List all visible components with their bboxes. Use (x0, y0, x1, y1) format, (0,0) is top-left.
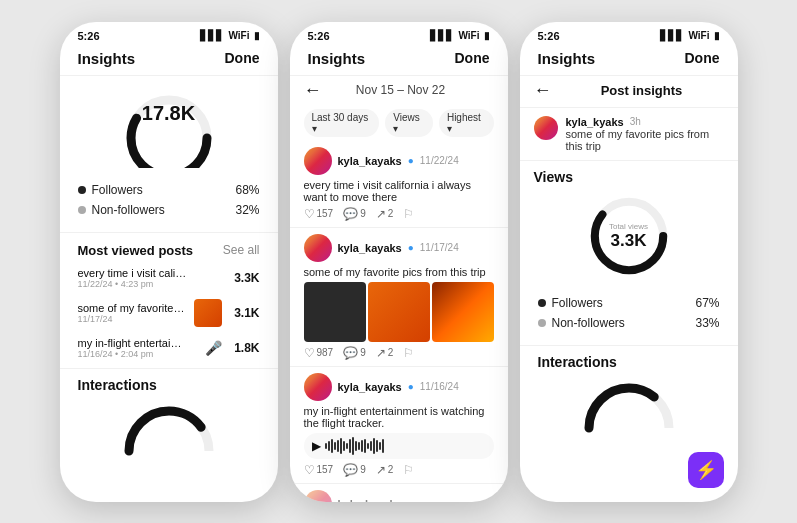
post-title-2: my in-flight entertainment is w... (78, 337, 188, 349)
status-icons-2: ▋▋▋ WiFi ▮ (430, 30, 489, 41)
images-grid-1 (304, 282, 494, 342)
feed-post-3: kyla_kayaks ● (290, 484, 508, 502)
post-title-1: some of my favorite pics from... (78, 302, 186, 314)
verified-2: ● (408, 381, 414, 392)
feed-post-text-1: some of my favorite pics from this trip (304, 266, 494, 278)
feed-post-text-0: every time i visit california i always w… (304, 179, 494, 203)
audio-icon-1: 🎤 (205, 340, 222, 356)
username-0: kyla_kayaks (338, 155, 402, 167)
post-preview: kyla_kyaks 3h some of my favorite pics f… (520, 108, 738, 161)
signal-icon-1: ▋▋▋ (200, 30, 224, 41)
avatar-1 (304, 234, 332, 262)
feed-actions-1: ♡987 💬9 ↗2 ⚐ (304, 346, 494, 360)
post-thumb-1 (194, 299, 222, 327)
feed-post-header-1: kyla_kayaks ● 11/17/24 (304, 234, 494, 262)
interactions-donut-1 (78, 401, 260, 457)
play-btn-2[interactable]: ▶ (312, 439, 321, 453)
most-viewed-header: Most viewed posts See all (60, 237, 278, 262)
post-text-2: my in-flight entertainment is w... 11/16… (78, 337, 197, 359)
interactions-title-1: Interactions (78, 377, 260, 393)
wifi-icon-3: WiFi (688, 30, 709, 41)
avatar-3 (304, 490, 332, 502)
follower-dot-black: Followers (78, 183, 143, 197)
views-section: Views Total views 3.3K (520, 161, 738, 285)
feed-post-text-2: my in-flight entertainment is watching t… (304, 405, 494, 429)
battery-icon-1: ▮ (254, 30, 260, 41)
likes-1: ♡987 (304, 346, 334, 360)
time-3: 5:26 (538, 30, 560, 42)
done-btn-3[interactable]: Done (685, 50, 720, 66)
post-count-2: 1.8K (230, 341, 260, 355)
feed-actions-0: ♡157 💬9 ↗2 ⚐ (304, 207, 494, 221)
feed-post-header-3: kyla_kayaks ● (304, 490, 494, 502)
interactions-svg-1 (119, 401, 219, 457)
image-1 (368, 282, 430, 342)
follower-label-3-1: Non-followers (538, 316, 625, 330)
phone-2: 5:26 ▋▋▋ WiFi ▮ Insights Done ← Nov 15 –… (290, 22, 508, 502)
follower-pct-3-1: 33% (695, 316, 719, 330)
comments-2: 💬9 (343, 463, 366, 477)
feed-post-2: kyla_kayaks ● 11/16/24 my in-flight ente… (290, 367, 508, 484)
preview-text: some of my favorite pics from this trip (566, 128, 724, 152)
views-donut-center: Total views 3.3K (609, 221, 648, 250)
interactions-title-3: Interactions (538, 354, 720, 370)
phones-container: 5:26 ▋▋▋ WiFi ▮ Insights Done 17.8K (44, 6, 754, 518)
done-btn-1[interactable]: Done (225, 50, 260, 66)
signal-icon-3: ▋▋▋ (660, 30, 684, 41)
post-date-badge-1: 11/17/24 (420, 242, 459, 253)
filter-label-2: Highest ▾ (447, 112, 486, 134)
interactions-svg-3 (579, 378, 679, 434)
phone-1: 5:26 ▋▋▋ WiFi ▮ Insights Done 17.8K (60, 22, 278, 502)
status-bar-3: 5:26 ▋▋▋ WiFi ▮ (520, 22, 738, 46)
back-arrow-3[interactable]: ← (534, 80, 552, 101)
wifi-icon-1: WiFi (228, 30, 249, 41)
date-range-bar: ← Nov 15 – Nov 22 (290, 76, 508, 105)
feed-post-header-0: kyla_kayaks ● 11/22/24 (304, 147, 494, 175)
post-date-2: 11/16/24 • 2:04 pm (78, 349, 197, 359)
filter-label-0: Last 30 days ▾ (312, 112, 372, 134)
main-donut-1: 17.8K (119, 88, 219, 168)
follower-row-3-0: Followers 67% (538, 293, 720, 313)
divider-1 (60, 232, 278, 233)
views-donut: Total views 3.3K (534, 191, 724, 281)
follower-label-3-0: Followers (538, 296, 603, 310)
post-row-2: my in-flight entertainment is w... 11/16… (60, 332, 278, 364)
follower-pct-3-0: 67% (695, 296, 719, 310)
fab[interactable]: ⚡ (688, 452, 724, 488)
donut-svg-1 (119, 88, 219, 168)
interactions-section-1: Interactions (60, 368, 278, 461)
post-count-1: 3.1K (230, 306, 260, 320)
shares-0: ↗2 (376, 207, 394, 221)
preview-username: kyla_kyaks (566, 116, 624, 128)
follower-row-1: Non-followers 32% (78, 200, 260, 220)
phone-3: 5:26 ▋▋▋ WiFi ▮ Insights Done ← Post ins… (520, 22, 738, 502)
post-insights-row: ← Post insights (520, 76, 738, 108)
filter-chip-0[interactable]: Last 30 days ▾ (304, 109, 380, 137)
post-row-0: every time i visit california i always w… (60, 262, 278, 294)
status-bar-1: 5:26 ▋▋▋ WiFi ▮ (60, 22, 278, 46)
see-all-btn[interactable]: See all (223, 243, 260, 257)
filter-chip-1[interactable]: Views ▾ (385, 109, 433, 137)
post-date-0: 11/22/24 • 4:23 pm (78, 279, 222, 289)
filter-chip-2[interactable]: Highest ▾ (439, 109, 494, 137)
battery-icon-3: ▮ (714, 30, 720, 41)
back-arrow-2[interactable]: ← (304, 80, 322, 101)
insights-title-1: Insights (78, 50, 136, 67)
insights-header-2: Insights Done (290, 46, 508, 76)
audio-player-2[interactable]: ▶ (304, 433, 494, 459)
main-stat-1: 17.8K (119, 102, 219, 125)
fab-icon: ⚡ (695, 459, 717, 481)
done-btn-2[interactable]: Done (455, 50, 490, 66)
post-text-1: some of my favorite pics from... 11/17/2… (78, 302, 186, 324)
avatar-0 (304, 147, 332, 175)
post-text-0: every time i visit california i always w… (78, 267, 222, 289)
post-count-0: 3.3K (230, 271, 260, 285)
avatar-2 (304, 373, 332, 401)
image-2 (432, 282, 494, 342)
feed-post-0: kyla_kayaks ● 11/22/24 every time i visi… (290, 141, 508, 228)
filter-label-1: Views ▾ (393, 112, 425, 134)
interactions-donut-3 (538, 378, 720, 434)
post-title-0: every time i visit california i always w… (78, 267, 188, 279)
shares-2: ↗2 (376, 463, 394, 477)
preview-age: 3h (630, 116, 641, 127)
